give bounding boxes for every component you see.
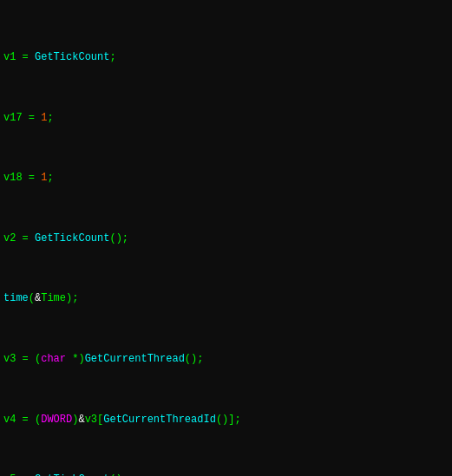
code-line: v5 = GetTickCount(); xyxy=(3,473,449,476)
code-viewer: v1 = GetTickCount; v17 = 1; v18 = 1; v2 … xyxy=(0,0,452,476)
code-line: v3 = (char *)GetCurrentThread(); xyxy=(3,352,449,367)
code-line: v1 = GetTickCount; xyxy=(3,50,449,65)
code-line: v4 = (DWORD)&v3[GetCurrentThreadId()]; xyxy=(3,413,449,427)
code-line: v2 = GetTickCount(); xyxy=(3,231,449,246)
code-line: v17 = 1; xyxy=(3,111,449,126)
code-line: v18 = 1; xyxy=(3,171,449,186)
code-line: time(&Time); xyxy=(3,291,449,306)
